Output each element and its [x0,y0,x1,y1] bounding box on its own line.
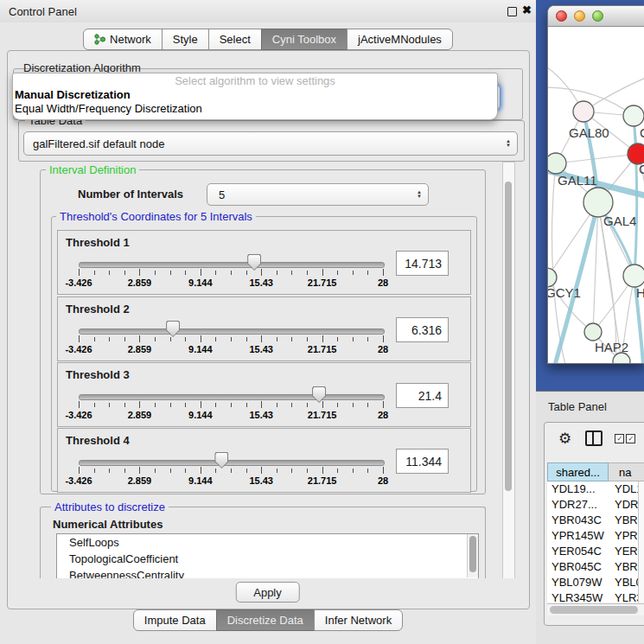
table-row[interactable]: YBR043CYBR0 [547,513,644,528]
tick-mark [170,469,171,473]
tick-mark [367,337,368,341]
tick-mark [79,467,80,474]
tick-mark [79,269,80,276]
tab-discretize-data[interactable]: Discretize Data [216,609,315,631]
tick-mark [383,269,384,276]
tick-mark [383,467,384,474]
table-horizontal-scrollbar-thumb[interactable] [550,606,638,614]
slider-track[interactable] [79,460,385,466]
minimize-traffic-light-icon[interactable] [574,10,585,22]
tab-infer-network[interactable]: Infer Network [314,609,403,631]
tab-impute-data[interactable]: Impute Data [133,609,217,631]
threshold-panel: Threshold 3-3.4262.8599.14415.4321.71528… [57,362,471,427]
node-label: GCY1 [548,285,581,300]
network-node-ga[interactable] [623,105,644,126]
tick-mark [337,271,338,275]
column-header-shared-name[interactable]: shared... [547,462,609,481]
slider-track[interactable] [79,262,385,268]
algorithm-option[interactable]: Manual Discretization [13,88,497,102]
close-icon[interactable]: ✖ [522,3,532,16]
algorithm-option[interactable]: Equal Width/Frequency Discretization [13,102,497,116]
columns-icon[interactable] [585,430,603,446]
tick-mark [201,335,201,342]
threshold-panel: Threshold 2-3.4262.8599.14415.4321.71528… [57,296,471,361]
numerical-attributes-list[interactable]: SelfLoopsTopologicalCoefficientBetweenne… [56,533,479,580]
tick-label: 9.144 [188,410,213,420]
apply-button[interactable]: Apply [235,582,300,603]
attribute-item[interactable]: TopologicalCoefficient [57,551,478,567]
network-node-gal80[interactable] [573,101,594,122]
attribute-browser: ⚙ ✓ ✓ shared... na YDL19...YDL1YDR27...Y… [544,422,644,626]
slider-track[interactable] [79,328,385,335]
network-canvas[interactable]: GAL80GACGAL11GAL4GCY1HHAP2 [548,27,644,364]
table-horizontal-scrollbar[interactable] [547,603,644,615]
attributes-scrollbar-thumb[interactable] [469,536,476,572]
slider-track[interactable] [79,394,385,400]
network-node-hap2[interactable] [584,323,602,341]
network-window-titlebar[interactable] [548,6,644,27]
threshold-value-field[interactable]: 11.344 [396,449,449,474]
threshold-panel: Threshold 4-3.4262.8599.14415.4321.71528… [57,428,471,493]
tick-label: 15.43 [249,344,273,354]
threshold-value-field[interactable]: 6.316 [396,317,449,342]
table-data-combobox[interactable]: galFiltered.sif default node ▲▼ [23,131,518,156]
tick-mark [170,337,171,341]
tick-mark [155,337,156,341]
attribute-items: SelfLoopsTopologicalCoefficientBetweenne… [57,534,478,580]
network-node-h[interactable] [623,265,644,287]
tick-mark [291,469,292,473]
tick-mark [261,401,262,408]
tick-mark [353,271,354,275]
node-label: GA [640,125,644,140]
network-node-gcy1[interactable] [548,268,557,287]
right-side: GAL80GACGAL11GAL4GCY1HHAP2 Table Panel ⚙… [536,0,644,644]
table-row[interactable]: YER054CYER0 [547,544,644,559]
tab-jactivemnodules[interactable]: jActiveMNodules [347,29,453,50]
attributes-scrollbar[interactable] [467,534,478,577]
threshold-value-field[interactable]: 21.4 [396,383,449,408]
table-row[interactable]: YBL079WYBL0 [547,575,644,590]
node-label: GAL11 [558,173,597,188]
node-label: GAL80 [569,125,609,140]
threshold-value-field[interactable]: 14.713 [396,251,449,276]
network-window: GAL80GACGAL11GAL4GCY1HHAP2 [547,5,644,364]
table-vertical-scrollbar[interactable] [638,481,644,603]
close-traffic-light-icon[interactable] [556,10,567,22]
tick-label: 21.715 [308,344,337,354]
tick-label: 2.859 [128,475,152,486]
panel-scrollbar[interactable] [502,162,515,580]
network-node-gal4[interactable] [583,188,613,217]
column-header-name[interactable]: na [609,462,644,481]
tab-style[interactable]: Style [162,29,209,50]
slider-tick-labels: -3.4262.8599.14415.4321.71528 [79,277,383,289]
tab-network[interactable]: Network [83,29,163,50]
table-row[interactable]: YDR27...YDR2 [547,497,644,513]
tick-mark [94,337,95,341]
tick-mark [124,469,125,473]
table-row[interactable]: YDL19...YDL1 [547,481,644,497]
table-row[interactable]: YPR145WYPR1 [547,528,644,544]
tick-label: 2.859 [128,344,152,354]
tab-cyni-toolbox[interactable]: Cyni Toolbox [261,29,348,50]
number-of-intervals-label: Number of Intervals [74,188,187,201]
checkbox-icon[interactable]: ✓ [615,434,624,443]
network-node-gal11[interactable] [548,153,566,174]
cyni-bottom-tabs: Impute DataDiscretize DataInfer Network [0,609,536,631]
tick-mark [201,467,201,474]
tick-mark [277,469,277,473]
tick-mark [139,335,140,342]
panel-scrollbar-thumb[interactable] [505,182,512,491]
zoom-traffic-light-icon[interactable] [592,10,603,22]
tick-label: 21.715 [308,475,337,486]
tick-mark [291,403,292,407]
tab-select[interactable]: Select [208,29,262,50]
tick-mark [367,469,368,473]
float-window-icon[interactable] [507,7,517,16]
table-row[interactable]: YLR345WYLR3 [547,590,644,603]
algorithm-dropdown-popup: Select algorithm to view settings Manual… [12,73,498,120]
number-of-intervals-combobox[interactable]: 5 ▲▼ [207,183,429,206]
table-row[interactable]: YBR045CYBR0 [547,559,644,575]
gear-icon[interactable]: ⚙ [558,430,571,448]
checkbox-icon[interactable]: ✓ [626,434,635,443]
attribute-item[interactable]: SelfLoops [57,534,478,551]
